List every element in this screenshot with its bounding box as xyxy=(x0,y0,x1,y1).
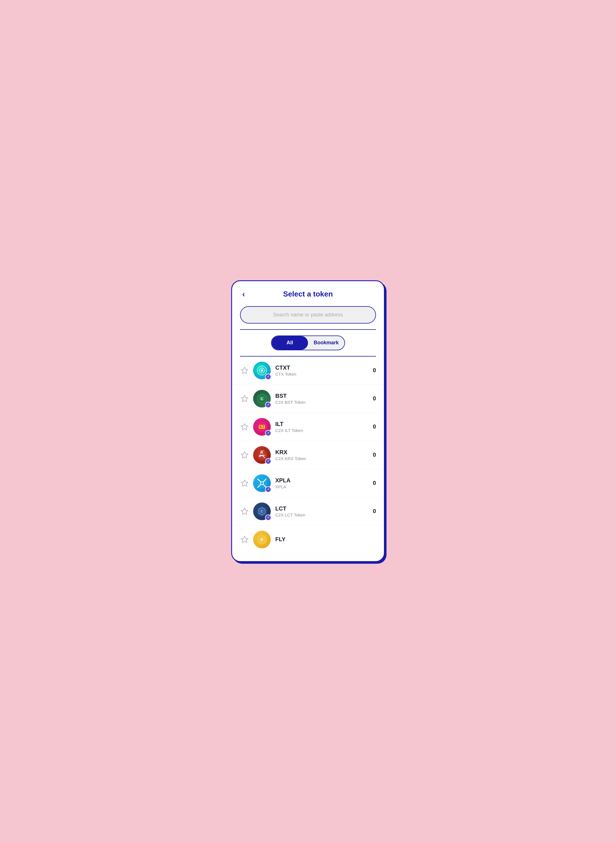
token-symbol: LCT xyxy=(275,505,373,512)
token-name: C2X BST Token xyxy=(275,400,373,405)
token-info-ctxt: CTXT CTX Token xyxy=(275,364,373,376)
verified-badge-krx xyxy=(265,458,271,464)
token-name: CTX Token xyxy=(275,372,373,376)
svg-text:C: C xyxy=(261,397,263,401)
list-item[interactable]: K KRX C2X KRX Token 0 xyxy=(232,441,384,469)
toggle-all[interactable]: All xyxy=(271,336,308,350)
search-input[interactable] xyxy=(240,306,376,323)
token-info-fly: FLY xyxy=(275,536,376,543)
token-info-ilt: ILT C2X ILT Token xyxy=(275,421,373,433)
token-logo-fly: F xyxy=(253,531,271,548)
verified-badge-ilt xyxy=(265,430,271,436)
svg-marker-6 xyxy=(241,395,248,401)
svg-point-24 xyxy=(261,482,263,485)
token-balance: 0 xyxy=(373,508,376,514)
token-logo-bst: C xyxy=(253,390,271,407)
filter-toggle: All Bookmark xyxy=(232,330,384,350)
svg-marker-25 xyxy=(241,508,248,514)
bookmark-icon-ilt[interactable] xyxy=(240,422,249,431)
bookmark-icon-bst[interactable] xyxy=(240,394,249,403)
phone-container: ‹ Select a token All Bookmark xyxy=(231,280,385,562)
token-balance: 0 xyxy=(373,395,376,402)
token-name: C2X ILT Token xyxy=(275,428,373,433)
token-symbol: CTXT xyxy=(275,364,373,371)
list-item[interactable]: F FLY xyxy=(232,526,384,557)
token-symbol: XPLA xyxy=(275,477,373,484)
bookmark-icon-krx[interactable] xyxy=(240,450,249,460)
token-symbol: KRX xyxy=(275,449,373,456)
token-logo-ctxt xyxy=(253,361,271,379)
token-balance: 0 xyxy=(373,480,376,486)
token-logo-lct: C xyxy=(253,503,271,520)
list-item[interactable]: ILT ILT C2X ILT Token 0 xyxy=(232,413,384,441)
back-button[interactable]: ‹ xyxy=(240,289,247,299)
token-symbol: FLY xyxy=(275,536,376,543)
list-item[interactable]: XPLA XPLA 0 xyxy=(232,469,384,497)
token-balance: 0 xyxy=(373,367,376,374)
verified-badge-lct xyxy=(265,514,271,521)
token-list: CTXT CTX Token 0 C xyxy=(232,357,384,561)
token-info-krx: KRX C2X KRX Token xyxy=(275,449,373,461)
list-item[interactable]: CTXT CTX Token 0 xyxy=(232,357,384,385)
token-info-bst: BST C2X BST Token xyxy=(275,393,373,405)
token-logo-krx: K xyxy=(253,446,271,464)
verified-badge-ctxt xyxy=(265,374,271,380)
svg-text:K: K xyxy=(260,450,264,455)
svg-marker-0 xyxy=(241,367,248,373)
toggle-bookmark[interactable]: Bookmark xyxy=(308,336,345,350)
svg-marker-20 xyxy=(241,480,248,486)
token-name: XPLA xyxy=(275,484,373,489)
token-balance: 0 xyxy=(373,423,376,430)
token-balance: 0 xyxy=(373,451,376,458)
svg-text:ILT: ILT xyxy=(260,425,264,429)
svg-marker-10 xyxy=(241,423,248,430)
list-item[interactable]: C LCT C2X LCT Token 0 xyxy=(232,497,384,526)
token-name: C2X LCT Token xyxy=(275,513,373,517)
token-symbol: ILT xyxy=(275,421,373,428)
header: ‹ Select a token xyxy=(232,281,384,304)
token-symbol: BST xyxy=(275,393,373,399)
token-logo-xpla xyxy=(253,475,271,492)
svg-text:F: F xyxy=(261,537,263,542)
token-name: C2X KRX Token xyxy=(275,456,373,461)
token-info-xpla: XPLA XPLA xyxy=(275,477,373,489)
bookmark-icon-fly[interactable] xyxy=(240,535,249,544)
token-info-lct: LCT C2X LCT Token xyxy=(275,505,373,517)
svg-marker-14 xyxy=(241,451,248,458)
bookmark-icon-lct[interactable] xyxy=(240,507,249,516)
page-title: Select a token xyxy=(283,289,333,298)
verified-badge-xpla xyxy=(265,486,271,492)
search-container xyxy=(232,304,384,323)
bookmark-icon-ctxt[interactable] xyxy=(240,366,249,375)
svg-marker-30 xyxy=(241,536,248,542)
list-item[interactable]: C BST C2X BST Token 0 xyxy=(232,385,384,413)
toggle-wrapper: All Bookmark xyxy=(271,335,345,350)
verified-badge-bst xyxy=(265,402,271,408)
token-logo-ilt: ILT xyxy=(253,418,271,436)
svg-text:C: C xyxy=(261,510,263,513)
bookmark-icon-xpla[interactable] xyxy=(240,479,249,488)
